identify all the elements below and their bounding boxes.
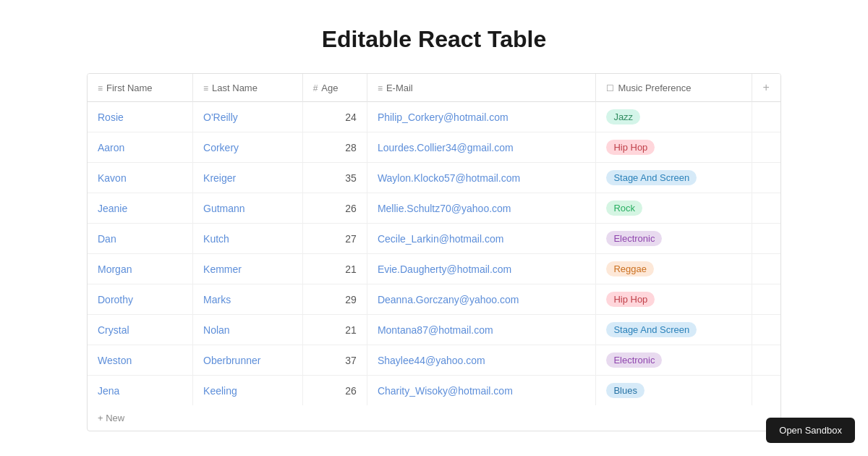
cell-firstName[interactable]: Weston <box>88 345 193 376</box>
cell-firstName[interactable]: Rosie <box>88 102 193 132</box>
cell-extra <box>752 102 780 132</box>
table-row: AaronCorkery28Lourdes.Collier34@gmail.co… <box>88 132 780 163</box>
cell-extra <box>752 345 780 376</box>
cell-music[interactable]: Stage And Screen <box>596 315 752 345</box>
open-sandbox-button[interactable]: Open Sandbox <box>766 418 855 443</box>
cell-lastName[interactable]: Nolan <box>193 315 303 345</box>
cell-email[interactable]: Deanna.Gorczany@yahoo.com <box>367 284 596 315</box>
table-footer: + New <box>88 405 780 431</box>
col-icon-lastName: ≡ <box>203 83 208 93</box>
cell-age: 29 <box>302 284 367 315</box>
cell-email[interactable]: Charity_Wisoky@hotmail.com <box>367 376 596 406</box>
col-icon-firstName: ≡ <box>98 83 103 93</box>
table-row: KavonKreiger35Waylon.Klocko57@hotmail.co… <box>88 163 780 193</box>
col-header-email: ≡E-Mail <box>367 74 596 102</box>
cell-music[interactable]: Hip Hop <box>596 284 752 315</box>
add-new-row-button[interactable]: + New <box>98 413 124 423</box>
cell-firstName[interactable]: Morgan <box>88 254 193 284</box>
col-icon-music: ☐ <box>606 83 614 93</box>
cell-firstName[interactable]: Aaron <box>88 132 193 163</box>
cell-age: 27 <box>302 224 367 254</box>
music-badge: Hip Hop <box>606 140 655 155</box>
cell-extra <box>752 132 780 163</box>
cell-lastName[interactable]: Keeling <box>193 376 303 406</box>
cell-extra <box>752 193 780 224</box>
cell-firstName[interactable]: Dan <box>88 224 193 254</box>
cell-extra <box>752 224 780 254</box>
table-header-row: ≡First Name≡Last Name#Age≡E-Mail☐Music P… <box>88 74 780 102</box>
cell-extra <box>752 315 780 345</box>
cell-firstName[interactable]: Jeanie <box>88 193 193 224</box>
cell-age: 35 <box>302 163 367 193</box>
music-badge: Rock <box>606 200 642 216</box>
col-icon-age: # <box>313 83 318 93</box>
table-row: JeanieGutmann26Mellie.Schultz70@yahoo.co… <box>88 193 780 224</box>
col-header-lastName: ≡Last Name <box>193 74 303 102</box>
cell-music[interactable]: Electronic <box>596 224 752 254</box>
music-badge: Blues <box>606 383 644 398</box>
cell-age: 21 <box>302 315 367 345</box>
cell-extra <box>752 254 780 284</box>
cell-firstName[interactable]: Dorothy <box>88 284 193 315</box>
cell-lastName[interactable]: Marks <box>193 284 303 315</box>
cell-lastName[interactable]: Kemmer <box>193 254 303 284</box>
music-badge: Stage And Screen <box>606 322 697 337</box>
col-header-age: #Age <box>302 74 367 102</box>
cell-firstName[interactable]: Crystal <box>88 315 193 345</box>
cell-lastName[interactable]: Kutch <box>193 224 303 254</box>
cell-extra <box>752 163 780 193</box>
music-badge: Jazz <box>606 109 640 124</box>
cell-music[interactable]: Hip Hop <box>596 132 752 163</box>
cell-extra <box>752 284 780 315</box>
table-row: WestonOberbrunner37Shaylee44@yahoo.comEl… <box>88 345 780 376</box>
cell-age: 26 <box>302 376 367 406</box>
col-icon-email: ≡ <box>378 83 383 93</box>
cell-music[interactable]: Electronic <box>596 345 752 376</box>
table-row: DanKutch27Cecile_Larkin@hotmail.comElect… <box>88 224 780 254</box>
table-container: ≡First Name≡Last Name#Age≡E-Mail☐Music P… <box>87 73 781 431</box>
table-row: CrystalNolan21Montana87@hotmail.comStage… <box>88 315 780 345</box>
cell-age: 21 <box>302 254 367 284</box>
cell-lastName[interactable]: Gutmann <box>193 193 303 224</box>
music-badge: Electronic <box>606 231 662 246</box>
col-header-firstName: ≡First Name <box>88 74 193 102</box>
table-body: RosieO'Reilly24Philip_Corkery@hotmail.co… <box>88 102 780 406</box>
cell-music[interactable]: Stage And Screen <box>596 163 752 193</box>
cell-email[interactable]: Evie.Daugherty@hotmail.com <box>367 254 596 284</box>
table-row: RosieO'Reilly24Philip_Corkery@hotmail.co… <box>88 102 780 132</box>
page-title: Editable React Table <box>0 0 868 73</box>
cell-music[interactable]: Reggae <box>596 254 752 284</box>
music-badge: Hip Hop <box>606 292 655 307</box>
cell-email[interactable]: Cecile_Larkin@hotmail.com <box>367 224 596 254</box>
cell-email[interactable]: Lourdes.Collier34@gmail.com <box>367 132 596 163</box>
cell-music[interactable]: Blues <box>596 376 752 406</box>
data-table: ≡First Name≡Last Name#Age≡E-Mail☐Music P… <box>88 74 780 431</box>
cell-extra <box>752 376 780 406</box>
col-header-music: ☐Music Preference <box>596 74 752 102</box>
cell-age: 37 <box>302 345 367 376</box>
music-badge: Electronic <box>606 352 662 368</box>
plus-icon: + <box>763 81 770 93</box>
cell-lastName[interactable]: Corkery <box>193 132 303 163</box>
cell-music[interactable]: Jazz <box>596 102 752 132</box>
cell-firstName[interactable]: Jena <box>88 376 193 406</box>
cell-lastName[interactable]: Oberbrunner <box>193 345 303 376</box>
cell-age: 28 <box>302 132 367 163</box>
music-badge: Reggae <box>606 261 654 276</box>
cell-email[interactable]: Shaylee44@yahoo.com <box>367 345 596 376</box>
add-column-button[interactable]: + <box>752 74 780 102</box>
cell-age: 24 <box>302 102 367 132</box>
cell-age: 26 <box>302 193 367 224</box>
table-row: JenaKeeling26Charity_Wisoky@hotmail.comB… <box>88 376 780 406</box>
cell-lastName[interactable]: Kreiger <box>193 163 303 193</box>
music-badge: Stage And Screen <box>606 170 697 185</box>
cell-lastName[interactable]: O'Reilly <box>193 102 303 132</box>
cell-email[interactable]: Philip_Corkery@hotmail.com <box>367 102 596 132</box>
table-row: DorothyMarks29Deanna.Gorczany@yahoo.comH… <box>88 284 780 315</box>
table-row: MorganKemmer21Evie.Daugherty@hotmail.com… <box>88 254 780 284</box>
cell-email[interactable]: Mellie.Schultz70@yahoo.com <box>367 193 596 224</box>
cell-email[interactable]: Waylon.Klocko57@hotmail.com <box>367 163 596 193</box>
cell-music[interactable]: Rock <box>596 193 752 224</box>
cell-firstName[interactable]: Kavon <box>88 163 193 193</box>
cell-email[interactable]: Montana87@hotmail.com <box>367 315 596 345</box>
